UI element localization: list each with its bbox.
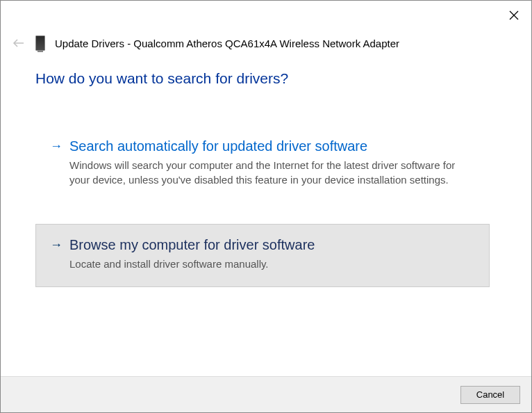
arrow-right-icon: →	[50, 137, 63, 155]
option-description: Windows will search your computer and th…	[69, 158, 475, 187]
device-icon	[35, 35, 45, 51]
option-text: Search automatically for updated driver …	[69, 137, 475, 187]
close-button[interactable]	[508, 9, 520, 22]
option-description: Locate and install driver software manua…	[69, 257, 475, 271]
main-heading: How do you want to search for drivers?	[35, 70, 490, 87]
cancel-button[interactable]: Cancel	[460, 386, 520, 404]
content-area: How do you want to search for drivers? →…	[35, 70, 490, 308]
arrow-right-icon: →	[50, 236, 63, 254]
back-arrow-icon	[13, 38, 25, 48]
option-search-automatically[interactable]: → Search automatically for updated drive…	[35, 125, 490, 203]
option-text: Browse my computer for driver software L…	[69, 236, 475, 271]
back-button[interactable]	[12, 36, 26, 50]
option-title: Browse my computer for driver software	[69, 236, 475, 254]
close-icon	[509, 10, 519, 20]
option-browse-computer[interactable]: → Browse my computer for driver software…	[35, 224, 490, 287]
window-title: Update Drivers - Qualcomm Atheros QCA61x…	[55, 38, 399, 49]
option-title: Search automatically for updated driver …	[69, 137, 475, 155]
header-row: Update Drivers - Qualcomm Atheros QCA61x…	[12, 35, 520, 51]
footer-bar: Cancel	[1, 376, 531, 412]
